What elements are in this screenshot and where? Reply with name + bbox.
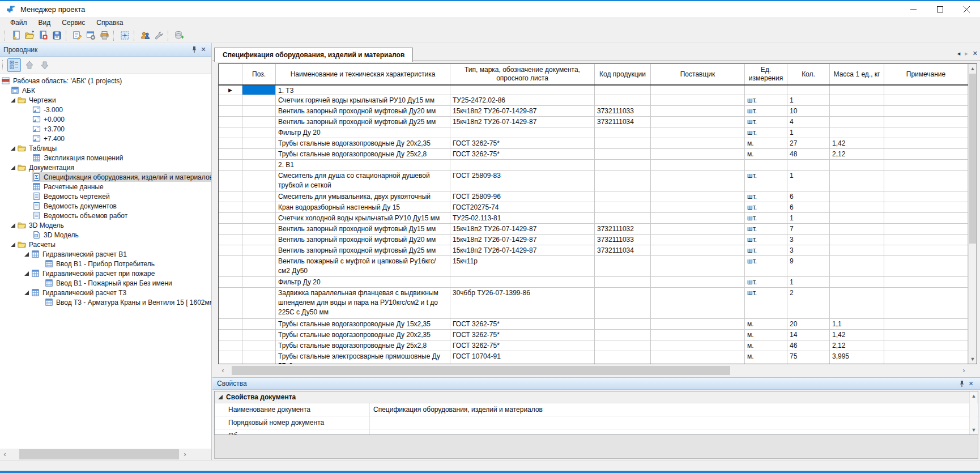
cell-unit[interactable]: шт. (745, 288, 787, 318)
tab-scroll-right-icon[interactable]: ▸ (965, 50, 968, 57)
cell-note[interactable] (884, 202, 968, 212)
grid-column-header[interactable]: Кол. (787, 64, 830, 84)
cell-supplier[interactable] (651, 160, 745, 170)
cell-qty[interactable]: 6 (787, 191, 830, 202)
cell-unit[interactable] (745, 86, 787, 95)
tree-item[interactable]: ΣСпецификация оборудования, изделий и ма… (0, 172, 211, 182)
cell-unit[interactable]: м. (745, 138, 787, 148)
cell-unit[interactable]: шт. (745, 202, 787, 212)
grid-column-header[interactable]: Примечание (884, 64, 968, 84)
tree-view-toggle-icon[interactable] (7, 58, 21, 72)
cell-code[interactable]: 3732111032 (595, 224, 651, 234)
cell-unit[interactable]: м. (745, 149, 787, 159)
cell-type[interactable]: ГОСТ 25809-96 (450, 191, 595, 202)
cell-mass[interactable] (830, 86, 884, 95)
cell-qty[interactable]: 48 (787, 149, 830, 159)
table-row[interactable]: Вентиль запорный проходной муфтовый Ду20… (219, 235, 968, 245)
expanded-triangle-icon[interactable] (23, 252, 31, 257)
cell-mass[interactable] (830, 171, 884, 191)
tree-item[interactable]: Документация (0, 163, 211, 172)
cell-supplier[interactable] (651, 319, 745, 329)
tree-item[interactable]: 3D Модель (0, 230, 211, 240)
cell-mass[interactable] (830, 202, 884, 212)
cell-qty[interactable]: 1 (787, 95, 830, 105)
property-row[interactable]: Наименование документаСпецификация обору… (215, 403, 978, 416)
maximize-button-icon[interactable] (927, 1, 953, 17)
cell-supplier[interactable] (651, 86, 745, 95)
explorer-horizontal-scrollbar[interactable]: ‹ › (0, 449, 211, 460)
cell-note[interactable] (884, 138, 968, 148)
tree-item[interactable]: +7.400 (0, 134, 211, 143)
cell-unit[interactable]: м. (745, 319, 787, 329)
expanded-triangle-icon[interactable] (9, 165, 17, 170)
cell-pos[interactable] (242, 319, 276, 329)
cell-code[interactable] (595, 277, 651, 287)
cell-name[interactable]: Вентиль запорный проходной муфтовый Ду20… (276, 106, 450, 116)
cell-unit[interactable]: шт. (745, 235, 787, 245)
cell-supplier[interactable] (651, 213, 745, 223)
cell-note[interactable] (884, 149, 968, 159)
cell-mass[interactable] (830, 160, 884, 170)
users-icon[interactable] (138, 29, 152, 42)
cell-unit[interactable] (745, 160, 787, 170)
cell-type[interactable]: 15кч18п2 ТУ26-07-1429-87 (450, 235, 595, 245)
cell-type[interactable] (450, 160, 595, 170)
cell-qty[interactable]: 14 (787, 330, 830, 340)
cell-name[interactable]: Смеситель для душа со стационарной душев… (276, 171, 450, 191)
scroll-left-icon[interactable]: ‹ (0, 449, 10, 460)
expanded-triangle-icon[interactable] (9, 146, 17, 151)
grid-horizontal-scrollbar[interactable]: ‹ › (218, 365, 969, 376)
close-panel-icon[interactable]: ✕ (966, 379, 975, 388)
cell-unit[interactable]: шт. (745, 245, 787, 255)
cell-name[interactable]: 1. Т3 (276, 86, 450, 95)
cell-code[interactable] (595, 256, 651, 276)
tree-item[interactable]: Ввод В1 - Пожарный кран Без имени (0, 278, 211, 288)
cell-supplier[interactable] (651, 224, 745, 234)
cell-note[interactable] (884, 235, 968, 245)
cell-mass[interactable] (830, 106, 884, 116)
tree-item[interactable]: Ведомость документов (0, 201, 211, 211)
cell-pos[interactable] (242, 235, 276, 245)
scroll-down-icon[interactable]: ▼ (970, 425, 978, 434)
cell-code[interactable] (595, 319, 651, 329)
cell-mass[interactable] (830, 95, 884, 105)
table-row[interactable]: Смеситель для душа со стационарной душев… (219, 171, 968, 191)
cell-qty[interactable]: 6 (787, 202, 830, 212)
grid-column-header[interactable]: Наименование и техническая характеристик… (276, 64, 450, 84)
cell-mass[interactable] (830, 277, 884, 287)
cell-mass[interactable] (830, 288, 884, 318)
tree-item[interactable]: Экспликация помещений (0, 153, 211, 163)
move-up-icon[interactable] (23, 58, 36, 72)
tree-item[interactable]: Чертежи (0, 95, 211, 105)
cell-code[interactable] (595, 191, 651, 202)
cell-code[interactable] (595, 86, 651, 95)
cell-qty[interactable]: 75 (787, 351, 830, 364)
cell-code[interactable] (595, 95, 651, 105)
tree-item[interactable]: Гидравлический расчет при пожаре (0, 269, 211, 278)
cell-supplier[interactable] (651, 191, 745, 202)
tree-item[interactable]: +3.700 (0, 124, 211, 134)
cell-note[interactable] (884, 160, 968, 170)
cell-mass[interactable] (830, 117, 884, 127)
scroll-down-icon[interactable]: ▼ (969, 355, 977, 364)
tab-scroll-left-icon[interactable]: ◂ (957, 50, 961, 57)
cell-name[interactable]: 2. В1 (276, 160, 450, 170)
tools-icon[interactable] (152, 29, 165, 42)
menu-item-3[interactable]: Справка (91, 18, 129, 28)
table-row[interactable]: Трубы стальные водогазопроводные Ду 20х2… (219, 138, 968, 149)
save-project-icon[interactable] (50, 29, 63, 42)
menu-item-2[interactable]: Сервис (56, 18, 91, 28)
cell-unit[interactable]: м. (745, 351, 787, 364)
cell-note[interactable] (884, 127, 968, 138)
cell-qty[interactable]: 2 (787, 288, 830, 318)
cell-type[interactable]: 15кч18п2 ТУ26-07-1429-87 (450, 106, 595, 116)
cell-pos[interactable] (242, 191, 276, 202)
tree-item[interactable]: -3.000 (0, 105, 211, 114)
cell-type[interactable]: ГОСТ 3262-75* (450, 138, 595, 148)
cell-pos[interactable] (242, 224, 276, 234)
table-row[interactable]: Вентиль запорный проходной муфтовый Ду20… (219, 106, 968, 117)
new-project-icon[interactable] (9, 29, 23, 42)
cell-qty[interactable]: 7 (787, 224, 830, 234)
expanded-triangle-icon[interactable] (23, 271, 31, 276)
table-row[interactable]: Счетчик горячей воды крыльчатый РУ10 Ду1… (219, 95, 968, 106)
